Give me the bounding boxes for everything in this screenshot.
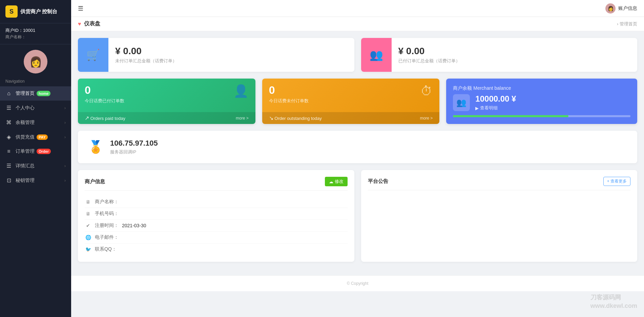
info-field-label: 商户名称： bbox=[95, 199, 119, 205]
balance-icon-box: 👥 bbox=[453, 94, 470, 111]
info-field-icon: 🖥 bbox=[85, 211, 91, 216]
bottom-row: 商户信息 ☁ 修改 🖥 商户名称： 🖥 手机号码： ✔ 注册时间： bbox=[78, 170, 637, 262]
view-more-button[interactable]: + 查看更多 bbox=[603, 177, 630, 186]
sidebar-item-personal[interactable]: ☰ 个人中心 › bbox=[0, 101, 71, 115]
account-avatar: 👩 bbox=[605, 3, 616, 14]
sidebar-item-secret[interactable]: ⊡ 秘钥管理 › bbox=[0, 173, 71, 188]
nav-badge-home: home bbox=[37, 91, 50, 96]
topbar-right: 👩 账户信息 bbox=[605, 3, 637, 14]
footer: © Copyright bbox=[71, 275, 644, 291]
page-content: ♥ 仪表盘 › 管理首页 🛒 ¥ 0.00 未付订单汇总金额（话费订单） bbox=[71, 17, 644, 317]
info-field-icon: 🖥 bbox=[85, 199, 91, 205]
main-content: ☰ 👩 账户信息 ♥ 仪表盘 › 管理首页 🛒 bbox=[71, 0, 644, 317]
account-label[interactable]: 账户信息 bbox=[618, 5, 637, 12]
unpaid-today-bottom: ↘ Order outstanding today more > bbox=[262, 112, 440, 124]
heart-icon: ♥ bbox=[78, 21, 81, 27]
info-field-label: 电子邮件： bbox=[95, 234, 119, 240]
nav-badge-recharge: PAY bbox=[37, 134, 48, 140]
info-row: 🐦 联系QQ： bbox=[85, 244, 348, 255]
chevron-icon-balance: › bbox=[64, 120, 66, 125]
nav-label-orders: 订单管理 bbox=[16, 148, 35, 154]
ip-address: 106.75.97.105 bbox=[110, 139, 158, 148]
paid-today-more[interactable]: more > bbox=[236, 116, 249, 121]
people-icon: 👥 bbox=[370, 48, 383, 61]
nav-label-recharge: 供货充值 bbox=[16, 134, 35, 140]
info-field-icon: 🌐 bbox=[85, 235, 91, 240]
sidebar-item-details[interactable]: ☰ 详情汇总 › bbox=[0, 158, 71, 173]
balance-title: 商户余额 Merchant balance bbox=[453, 85, 630, 91]
paid-today-left: 0 今日话费已付订单数 bbox=[85, 84, 124, 104]
nav-label-home: 管理首页 bbox=[16, 90, 35, 97]
sidebar-item-recharge[interactable]: ◈ 供货充值 PAY › bbox=[0, 130, 71, 144]
paid-desc: 已付订单汇总金额（话费订单） bbox=[398, 58, 631, 64]
balance-info: 10000.00 ¥ ▶ 查看明细 bbox=[475, 94, 516, 111]
nav-label-balance: 余额管理 bbox=[16, 120, 35, 126]
stats-row-mid: 0 今日话费已付订单数 👤 ↗ Orders paid today more > bbox=[78, 79, 637, 124]
info-row: ✔ 注册时间： 2021-03-30 bbox=[85, 220, 348, 232]
unpaid-today-num: 0 bbox=[269, 84, 309, 97]
play-icon: ▶ bbox=[475, 106, 479, 111]
breadcrumb-separator: › bbox=[617, 21, 620, 26]
merchant-name: 商户名称： bbox=[5, 34, 66, 40]
edit-button[interactable]: ☁ 修改 bbox=[325, 177, 348, 186]
sidebar: S 供货商户 控制台 商户ID：10001 商户名称： 👩 Navigation… bbox=[0, 0, 71, 317]
nav-icon-recharge: ◈ bbox=[5, 134, 12, 140]
balance-detail-link[interactable]: ▶ 查看明细 bbox=[475, 105, 516, 111]
balance-content: 👥 10000.00 ¥ ▶ 查看明细 bbox=[453, 94, 630, 111]
ip-content: 106.75.97.105 服务器回调IP bbox=[110, 139, 158, 155]
balance-card: 商户余额 Merchant balance 👥 10000.00 ¥ ▶ 查看明… bbox=[446, 79, 637, 124]
announcement-title: 平台公告 bbox=[368, 178, 388, 185]
unpaid-today-icon: ⏱ bbox=[420, 84, 433, 98]
stats-row-top: 🛒 ¥ 0.00 未付订单汇总金额（话费订单） 👥 ¥ 0.00 已付订单汇总金… bbox=[78, 38, 637, 72]
people-icon-box: 👥 bbox=[361, 38, 392, 72]
unpaid-today-more[interactable]: more > bbox=[420, 116, 433, 121]
nav-items: ⌂ 管理首页 home ☰ 个人中心 › ⌘ 余额管理 › ◈ 供货充值 PAY… bbox=[0, 86, 71, 317]
nav-badge-orders: Order bbox=[37, 149, 51, 154]
nav-label-personal: 个人中心 bbox=[16, 105, 35, 111]
sidebar-item-orders[interactable]: ≡ 订单管理 Order bbox=[0, 144, 71, 158]
nav-label-details: 详情汇总 bbox=[16, 163, 35, 169]
announcement-card: 平台公告 + 查看更多 bbox=[361, 170, 638, 262]
announcement-header: 平台公告 + 查看更多 bbox=[368, 177, 631, 190]
hamburger-icon[interactable]: ☰ bbox=[78, 5, 83, 12]
nav-icon-personal: ☰ bbox=[5, 105, 12, 111]
announcement-content bbox=[368, 196, 631, 209]
avatar-section: 👩 bbox=[0, 44, 71, 76]
merchant-info-title: 商户信息 bbox=[85, 178, 105, 185]
nav-section-label: Navigation bbox=[0, 76, 71, 86]
nav-icon-details: ☰ bbox=[5, 163, 12, 169]
paid-today-icon: 👤 bbox=[233, 84, 249, 98]
ip-label: 服务器回调IP bbox=[110, 149, 158, 155]
topbar-left: ☰ bbox=[78, 5, 83, 12]
ip-icon: 🏅 bbox=[88, 140, 103, 154]
unpaid-today-bottom-text: ↘ Order outstanding today bbox=[269, 115, 322, 121]
merchant-info-card: 商户信息 ☁ 修改 🖥 商户名称： 🖥 手机号码： ✔ 注册时间： bbox=[78, 170, 354, 262]
chevron-icon-details: › bbox=[64, 164, 66, 168]
cart-icon: 🛒 bbox=[86, 48, 100, 61]
stat-card-paid: 👥 ¥ 0.00 已付订单汇总金额（话费订单） bbox=[361, 38, 638, 72]
stat-card-paid-today: 0 今日话费已付订单数 👤 ↗ Orders paid today more > bbox=[78, 79, 255, 124]
sidebar-title: 供货商户 控制台 bbox=[20, 8, 57, 15]
unpaid-today-left: 0 今日话费未付订单数 bbox=[269, 84, 309, 104]
stat-card-unpaid-content: ¥ 0.00 未付订单汇总金额（话费订单） bbox=[108, 40, 354, 69]
unpaid-today-label: 今日话费未付订单数 bbox=[269, 98, 309, 104]
sidebar-item-balance[interactable]: ⌘ 余额管理 › bbox=[0, 115, 71, 130]
avatar: 👩 bbox=[24, 50, 47, 73]
stat-card-unpaid-today: 0 今日话费未付订单数 ⏱ ↘ Order outstanding today … bbox=[262, 79, 440, 124]
breadcrumb-home-link[interactable]: 管理首页 bbox=[620, 21, 637, 26]
paid-today-top: 0 今日话费已付订单数 👤 bbox=[78, 79, 255, 107]
merchant-id: 商户ID：10001 bbox=[5, 27, 66, 34]
chevron-icon-recharge: › bbox=[64, 135, 66, 140]
breadcrumb-links: › 管理首页 bbox=[617, 21, 637, 27]
unpaid-desc: 未付订单汇总金额（话费订单） bbox=[115, 58, 348, 64]
page-title-area: ♥ 仪表盘 bbox=[78, 20, 100, 27]
stat-card-paid-content: ¥ 0.00 已付订单汇总金额（话费订单） bbox=[392, 40, 638, 69]
info-field-icon: ✔ bbox=[85, 223, 91, 228]
sidebar-item-home[interactable]: ⌂ 管理首页 home bbox=[0, 86, 71, 101]
stat-card-unpaid: 🛒 ¥ 0.00 未付订单汇总金额（话费订单） bbox=[78, 38, 354, 72]
balance-progress-bar-container bbox=[453, 115, 630, 117]
paid-today-bottom: ↗ Orders paid today more > bbox=[78, 112, 255, 124]
nav-icon-balance: ⌘ bbox=[5, 119, 12, 126]
paid-amount: ¥ 0.00 bbox=[398, 46, 631, 57]
info-row: 🖥 手机号码： bbox=[85, 208, 348, 220]
